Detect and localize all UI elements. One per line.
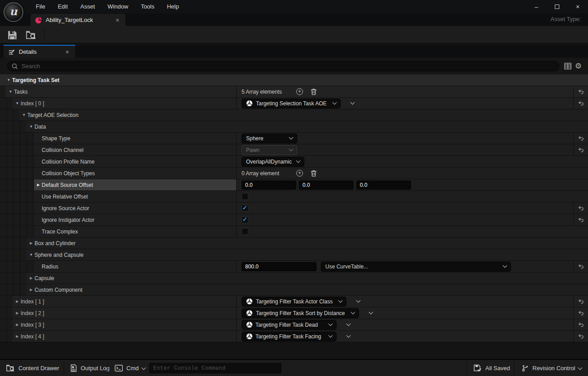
reset-to-default-icon[interactable] bbox=[578, 205, 584, 212]
use-relative-offset-checkbox[interactable] bbox=[242, 193, 248, 200]
display-options-icon[interactable] bbox=[564, 63, 571, 69]
row-data[interactable]: ▼ Data bbox=[0, 121, 588, 133]
revision-control-button[interactable]: Revision Control bbox=[516, 360, 587, 376]
row-ignore-source-actor[interactable]: Ignore Source Actor bbox=[0, 203, 588, 214]
row-tasks[interactable]: ▼ Tasks 5 Array elements + bbox=[0, 86, 588, 98]
row-collision-channel[interactable]: Collision Channel Pawn bbox=[0, 144, 588, 156]
task-class-dropdown[interactable]: Targeting Filter Task Facing bbox=[242, 332, 337, 341]
expander-arrow-icon[interactable]: ▶ bbox=[28, 241, 35, 245]
row-index-0[interactable]: ▼ Index [ 0 ] Targeting Selection Task A… bbox=[0, 98, 588, 109]
curve-table-dropdown[interactable]: Use CurveTable... bbox=[321, 262, 511, 272]
row-index-1[interactable]: ▶ Index [ 1 ] Targeting Filter Task Acto… bbox=[0, 296, 588, 307]
expander-arrow-icon[interactable]: ▶ bbox=[14, 323, 21, 327]
reset-to-default-icon[interactable] bbox=[578, 298, 584, 305]
menu-help[interactable]: Help bbox=[160, 0, 185, 13]
cmd-selector[interactable]: Cmd bbox=[109, 360, 151, 376]
browse-to-asset-button[interactable] bbox=[23, 29, 39, 41]
close-button[interactable]: × bbox=[567, 0, 588, 13]
unreal-engine-logo[interactable]: u bbox=[4, 2, 23, 22]
row-index-3[interactable]: ▶ Index [ 3 ] Targeting Filter Task Dead bbox=[0, 319, 588, 331]
task-class-dropdown[interactable]: Targeting Filter Task Actor Class bbox=[242, 297, 346, 307]
row-use-relative-offset[interactable]: Use Relative Offset bbox=[0, 191, 588, 203]
menu-edit[interactable]: Edit bbox=[52, 0, 74, 13]
offset-y-field[interactable]: 0.0 bbox=[299, 181, 354, 190]
save-button[interactable] bbox=[4, 29, 20, 41]
expander-arrow-icon[interactable]: ▶ bbox=[14, 299, 21, 303]
task-class-dropdown[interactable]: Targeting Filter Task Sort by Distance bbox=[242, 308, 359, 318]
ignore-instigator-actor-checkbox[interactable] bbox=[242, 216, 248, 223]
task-class-dropdown[interactable]: Targeting Filter Task Dead bbox=[242, 320, 337, 330]
row-radius[interactable]: Radius 800.0 Use CurveTable... bbox=[0, 261, 588, 272]
details-tab-close-icon[interactable]: × bbox=[64, 48, 71, 56]
settings-gear-icon[interactable]: ⚙ bbox=[575, 62, 582, 70]
row-index-4[interactable]: ▶ Index [ 4 ] Targeting Filter Task Faci… bbox=[0, 331, 588, 342]
minimize-button[interactable]: – bbox=[526, 0, 547, 13]
tab-ability-targetlock[interactable]: Ability_TargetLock × bbox=[30, 14, 125, 26]
curve-table-label: Use CurveTable... bbox=[325, 264, 368, 270]
expander-arrow-icon[interactable]: ▶ bbox=[35, 183, 42, 187]
row-sphere-and-capsule[interactable]: ▼ Sphere and Capsule bbox=[0, 249, 588, 261]
ignore-source-actor-checkbox[interactable] bbox=[242, 205, 248, 212]
menu-asset[interactable]: Asset bbox=[74, 0, 101, 13]
row-box-and-cylinder[interactable]: ▶ Box and Cylinder bbox=[0, 238, 588, 249]
expander-arrow-icon[interactable]: ▼ bbox=[14, 101, 21, 105]
delete-all-elements-icon[interactable] bbox=[311, 170, 317, 177]
reset-to-default-icon[interactable] bbox=[578, 321, 584, 328]
menu-file[interactable]: File bbox=[30, 0, 52, 13]
expander-arrow-icon[interactable]: ▶ bbox=[28, 288, 35, 292]
expander-arrow-icon[interactable]: ▼ bbox=[7, 90, 14, 94]
row-collision-profile-name[interactable]: Collision Profile Name OverlapAllDynamic bbox=[0, 156, 588, 168]
row-target-aoe-selection[interactable]: ▼ Target AOE Selection bbox=[0, 109, 588, 121]
row-custom-component[interactable]: ▶ Custom Component bbox=[0, 284, 588, 296]
content-drawer-button[interactable]: Content Drawer bbox=[1, 360, 65, 376]
search-box[interactable] bbox=[7, 61, 559, 71]
console-command-box[interactable] bbox=[149, 363, 281, 373]
reset-to-default-icon[interactable] bbox=[578, 333, 584, 340]
offset-x-field[interactable]: 0.0 bbox=[242, 181, 296, 190]
expander-arrow-icon[interactable]: ▶ bbox=[14, 334, 21, 338]
expander-arrow-icon[interactable]: ▶ bbox=[14, 311, 21, 315]
collision-profile-dropdown[interactable]: OverlapAllDynamic bbox=[242, 157, 304, 167]
reset-to-default-icon[interactable] bbox=[578, 135, 584, 142]
expand-object-chevron-icon[interactable] bbox=[346, 322, 351, 326]
row-default-source-offset[interactable]: ▶ Default Source Offset 0.0 0.0 0.0 bbox=[0, 179, 588, 191]
expander-arrow-icon[interactable]: ▼ bbox=[28, 253, 35, 257]
task-class-dropdown[interactable]: Targeting Selection Task AOE bbox=[242, 99, 341, 108]
reset-to-default-icon[interactable] bbox=[578, 88, 584, 95]
expand-object-chevron-icon[interactable] bbox=[346, 333, 351, 338]
expand-object-chevron-icon[interactable] bbox=[350, 100, 355, 105]
radius-field[interactable]: 800.0 bbox=[242, 262, 316, 271]
menu-tools[interactable]: Tools bbox=[134, 0, 160, 13]
maximize-button[interactable] bbox=[547, 0, 567, 13]
reset-to-default-icon[interactable] bbox=[578, 100, 584, 107]
add-element-icon[interactable]: + bbox=[296, 88, 303, 95]
trace-complex-checkbox[interactable] bbox=[242, 228, 248, 235]
expand-object-chevron-icon[interactable] bbox=[368, 310, 373, 315]
reset-to-default-icon[interactable] bbox=[578, 310, 584, 316]
tab-details[interactable]: Details × bbox=[4, 45, 75, 58]
reset-to-default-icon[interactable] bbox=[578, 263, 584, 270]
reset-to-default-icon[interactable] bbox=[578, 216, 584, 223]
expander-arrow-icon[interactable]: ▼ bbox=[28, 125, 35, 129]
expander-arrow-icon[interactable]: ▼ bbox=[5, 78, 12, 82]
reset-to-default-icon[interactable] bbox=[578, 147, 584, 153]
expander-arrow-icon[interactable]: ▼ bbox=[21, 113, 27, 117]
delete-all-elements-icon[interactable] bbox=[311, 88, 317, 95]
row-trace-complex[interactable]: Trace Complex bbox=[0, 226, 588, 238]
add-element-icon[interactable]: + bbox=[296, 170, 303, 177]
expander-arrow-icon[interactable]: ▶ bbox=[28, 276, 35, 280]
row-index-2[interactable]: ▶ Index [ 2 ] Targeting Filter Task Sort… bbox=[0, 307, 588, 319]
shape-type-dropdown[interactable]: Sphere bbox=[242, 134, 297, 143]
all-saved-button[interactable]: All Saved bbox=[468, 360, 515, 376]
row-collision-object-types[interactable]: Collision Object Types 0 Array element + bbox=[0, 168, 588, 179]
console-command-input[interactable] bbox=[153, 365, 277, 372]
offset-z-field[interactable]: 0.0 bbox=[356, 181, 411, 190]
row-shape-type[interactable]: Shape Type Sphere bbox=[0, 133, 588, 144]
category-targeting-task-set[interactable]: ▼ Targeting Task Set bbox=[0, 74, 588, 86]
row-ignore-instigator-actor[interactable]: Ignore Instigator Actor bbox=[0, 214, 588, 226]
expand-object-chevron-icon[interactable] bbox=[356, 298, 361, 303]
tab-close-icon[interactable]: × bbox=[114, 17, 121, 24]
menu-window[interactable]: Window bbox=[101, 0, 134, 13]
search-input[interactable] bbox=[22, 63, 555, 69]
row-capsule[interactable]: ▶ Capsule bbox=[0, 272, 588, 284]
